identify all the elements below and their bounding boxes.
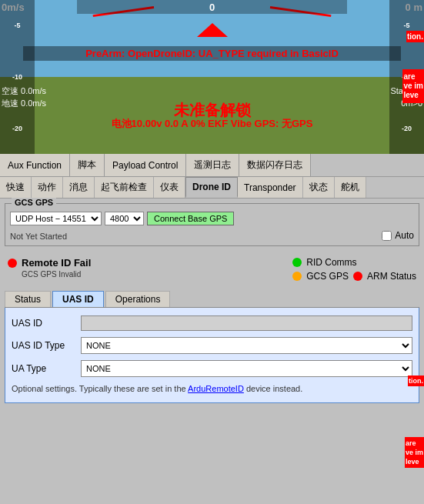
right-label-3: tion. — [408, 375, 424, 386]
scale-left-tick1: -5 — [14, 22, 20, 29]
connect-gps-button[interactable]: Connect Base GPS — [147, 212, 234, 225]
uas-id-type-row: UAS ID Type NONE — [12, 337, 412, 354]
ua-type-label: UA Type — [12, 363, 81, 374]
arm-status-label: ARM Status — [367, 271, 416, 282]
tab-payload-control[interactable]: Payload Control — [105, 154, 186, 176]
tab2-drone-id[interactable]: Drone ID — [185, 177, 238, 198]
sub-tab-bar: Status UAS ID Operations — [5, 291, 419, 308]
tab2-preflight[interactable]: 起飞前检查 — [95, 177, 154, 198]
hud-scale-left: -5 -10 -20 — [0, 0, 35, 154]
gcs-gps-box: GCS GPS UDP Host − 14551 4800 Connect Ba… — [5, 203, 419, 246]
speed-ground-info: 空速 0.0m/s 地速 0.0m/s — [2, 85, 46, 109]
tab2-servo[interactable]: 舵机 — [335, 177, 366, 198]
remote-id-section: Remote ID Fail GCS GPS Invalid RID Comms… — [5, 252, 419, 286]
uas-id-type-select[interactable]: NONE — [81, 337, 412, 354]
main-content: GCS GPS UDP Host − 14551 4800 Connect Ba… — [0, 199, 424, 408]
rid-status-right: RID Comms GCS GPS ARM Status — [292, 257, 416, 282]
ground-speed: 地速 0.0m/s — [2, 97, 46, 109]
sub-tab-operations[interactable]: Operations — [105, 291, 171, 307]
right-label-2: areve imleve — [402, 69, 424, 103]
rid-fail-text: Remote ID Fail — [22, 257, 91, 269]
battery-info: 电池10.00v 0.0 A 0% EKF Vibe GPS: 无GPS — [0, 117, 424, 131]
uas-id-row: UAS ID — [12, 315, 412, 331]
tab2-instrument[interactable]: 仪表 — [154, 177, 185, 198]
rid-comms-dot — [292, 258, 302, 267]
uas-id-input[interactable] — [81, 315, 412, 331]
auto-checkbox[interactable] — [382, 231, 392, 241]
tab-bar-2: 快速 动作 消息 起飞前检查 仪表 Drone ID Transponder 状… — [0, 177, 424, 199]
gcs-gps-dot — [292, 272, 302, 281]
tab2-transponder[interactable]: Transponder — [238, 177, 303, 198]
hud-display: 0 0m/s 0 m -5 -10 -20 -5 -10 -20 PreArm:… — [0, 0, 424, 154]
sub-tab-uas-id[interactable]: UAS ID — [52, 291, 104, 307]
gcs-gps-row1: UDP Host − 14551 4800 Connect Base GPS — [10, 212, 414, 225]
tab2-actions[interactable]: 动作 — [32, 177, 63, 198]
air-speed: 空速 0.0m/s — [2, 85, 46, 97]
uas-id-label: UAS ID — [12, 318, 81, 329]
right-label-4: areve imleve — [405, 437, 424, 468]
tab-telemetry-log[interactable]: 遥测日志 — [186, 154, 239, 176]
gcs-gps-invalid-text: GCS GPS Invalid — [22, 270, 91, 279]
pitch-indicator — [197, 23, 228, 37]
arm-status-dot — [353, 272, 362, 281]
gcs-gps-status: Not Yet Started — [10, 232, 67, 241]
tab2-status[interactable]: 状态 — [303, 177, 335, 198]
ua-type-row: UA Type NONE — [12, 360, 412, 377]
rid-fail-box: Remote ID Fail GCS GPS Invalid — [8, 257, 91, 279]
scale-right-tick1: -5 — [403, 22, 409, 29]
gcs-gps-title: GCS GPS — [12, 198, 56, 207]
port-select[interactable]: 4800 — [105, 212, 144, 225]
tab-dataflash-log[interactable]: 数据闪存日志 — [239, 154, 311, 176]
sub-tab-status[interactable]: Status — [5, 291, 51, 307]
gcs-gps-status-row: GCS GPS ARM Status — [292, 271, 416, 282]
auto-row: Auto — [382, 230, 414, 241]
tab-bar-1: Aux Function 脚本 Payload Control 遥测日志 数据闪… — [0, 154, 424, 177]
gcs-gps-status-label: GCS GPS — [306, 271, 349, 282]
rid-fail-label: Remote ID Fail — [8, 257, 91, 269]
ua-type-select[interactable]: NONE — [81, 360, 412, 377]
tab2-messages[interactable]: 消息 — [63, 177, 95, 198]
uas-id-panel: UAS ID UAS ID Type NONE UA Type NONE Opt… — [5, 308, 419, 403]
auto-label: Auto — [395, 230, 414, 241]
uas-id-type-label: UAS ID Type — [12, 340, 81, 351]
prearm-warning: PreArm: OpenDroneID: UA_TYPE required in… — [23, 46, 401, 61]
uas-optional-note: Optional settings. Typically these are s… — [12, 383, 412, 395]
rid-comms-label: RID Comms — [306, 257, 356, 268]
tab-script[interactable]: 脚本 — [70, 154, 105, 176]
hud-center-value: 0 — [209, 2, 215, 13]
scale-left-tick2: -10 — [12, 73, 22, 81]
rid-comms-row: RID Comms — [292, 257, 416, 268]
tab2-quick[interactable]: 快速 — [0, 177, 32, 198]
arduo-remote-id-link[interactable]: ArduRemoteID — [188, 384, 244, 393]
rid-fail-dot — [8, 259, 17, 268]
hud-top-center: 0 — [77, 0, 347, 14]
host-select[interactable]: UDP Host − 14551 — [10, 212, 102, 225]
tab-aux-function[interactable]: Aux Function — [0, 154, 70, 176]
right-label-1: tion. — [406, 31, 424, 42]
